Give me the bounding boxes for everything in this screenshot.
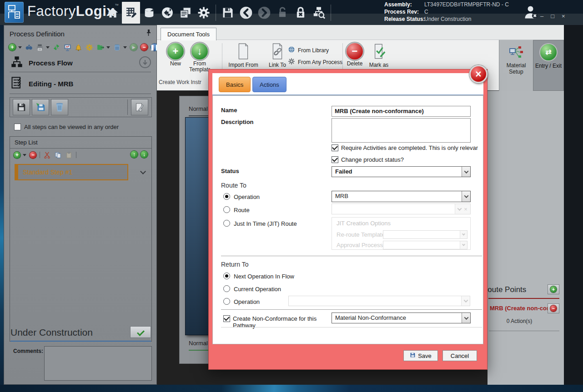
production-icon[interactable] bbox=[140, 2, 158, 24]
move-down-icon[interactable]: ↓ bbox=[141, 151, 148, 158]
nc-type-dropdown[interactable]: Material Non-Conformance bbox=[332, 313, 471, 323]
cut-icon[interactable] bbox=[43, 151, 51, 159]
all-steps-checkbox[interactable] bbox=[14, 124, 21, 130]
collapse-down-icon[interactable] bbox=[139, 56, 151, 68]
change-status-row[interactable]: Change product status? bbox=[332, 156, 478, 163]
comments-textarea[interactable] bbox=[44, 346, 152, 381]
home-icon[interactable] bbox=[104, 2, 122, 24]
paste-icon[interactable] bbox=[65, 151, 73, 159]
save-step-button[interactable] bbox=[13, 99, 30, 115]
link-to-button[interactable]: Link To bbox=[265, 43, 290, 68]
all-steps-row[interactable]: All steps can be viewed in any order bbox=[14, 124, 119, 130]
stop-icon[interactable]: − bbox=[141, 44, 148, 51]
operation-dropdown[interactable]: MRB bbox=[332, 191, 471, 202]
lock-close-icon[interactable] bbox=[292, 2, 310, 24]
save-button[interactable]: Save bbox=[403, 350, 438, 361]
minimize-button[interactable]: – bbox=[540, 13, 543, 20]
import-from-button[interactable]: Import From bbox=[226, 43, 261, 68]
save-icon[interactable] bbox=[219, 2, 237, 24]
add-route-point-button[interactable]: + bbox=[548, 284, 559, 294]
material-setup-button[interactable]: Material Setup bbox=[501, 42, 531, 89]
step-list-item[interactable]: Standard Step #1 bbox=[15, 164, 128, 180]
pin-icon[interactable] bbox=[144, 29, 151, 38]
route-point-item[interactable]: MRB (Create non-conf... bbox=[490, 305, 548, 312]
tab-document-tools[interactable]: Document Tools bbox=[161, 28, 216, 40]
change-status-checkbox[interactable] bbox=[332, 156, 338, 163]
data-dropdown-icon[interactable] bbox=[123, 46, 127, 49]
flow-node-label-top[interactable]: Normal bbox=[189, 105, 208, 116]
panel-title: Process Definition bbox=[10, 30, 65, 38]
mark-as-button[interactable]: Mark as bbox=[367, 43, 391, 68]
find-icon[interactable] bbox=[25, 44, 33, 51]
return-to-heading: Return To bbox=[221, 261, 248, 268]
status-dropdown[interactable]: Failed bbox=[332, 166, 471, 177]
add-dropdown-icon[interactable] bbox=[18, 46, 22, 49]
divider bbox=[489, 331, 559, 331]
start-icon[interactable]: ▸ bbox=[130, 44, 137, 51]
approval-dropdown-disabled bbox=[383, 241, 467, 249]
delete-document-button[interactable]: − Delete bbox=[344, 43, 365, 67]
from-any-process-button[interactable]: From Any Process bbox=[288, 58, 342, 66]
user-logout-icon[interactable] bbox=[523, 4, 539, 22]
name-input[interactable]: MRB (Create non-conformance) bbox=[332, 106, 471, 117]
process-flow-icon bbox=[10, 55, 23, 70]
require-activities-row[interactable]: Require Activities are completed. This i… bbox=[332, 144, 478, 151]
route-route-radio[interactable] bbox=[223, 206, 230, 213]
dropdown-arrow-icon[interactable] bbox=[462, 313, 470, 323]
route-jit-radio[interactable] bbox=[223, 220, 230, 227]
return-next-op-radio[interactable] bbox=[223, 273, 230, 279]
gear-icon[interactable] bbox=[85, 44, 93, 51]
from-template-label: From Template bbox=[189, 61, 210, 74]
entry-exit-button[interactable]: ⇄ Entry / Exit bbox=[533, 40, 564, 91]
process-search-icon[interactable] bbox=[310, 2, 328, 24]
copy-icon[interactable] bbox=[54, 151, 62, 159]
process-flow-row[interactable]: Process Flow bbox=[10, 55, 73, 70]
close-button[interactable]: × bbox=[562, 13, 565, 20]
print-icon[interactable] bbox=[36, 44, 44, 51]
dropdown-arrow-icon[interactable] bbox=[462, 191, 470, 202]
add-step-dropdown-icon[interactable] bbox=[23, 154, 26, 156]
dropdown-arrow-icon[interactable] bbox=[462, 167, 470, 177]
forward-icon[interactable] bbox=[255, 2, 273, 24]
documents-icon[interactable] bbox=[176, 2, 195, 24]
tab-actions[interactable]: Actions bbox=[252, 77, 286, 92]
add-step-icon[interactable]: + bbox=[14, 152, 20, 159]
export-package-icon[interactable] bbox=[96, 44, 104, 51]
create-nc-checkbox[interactable] bbox=[223, 315, 230, 322]
maximize-button[interactable]: □ bbox=[551, 13, 554, 20]
cancel-button[interactable]: Cancel bbox=[442, 350, 477, 361]
flow-node-label-bottom[interactable]: Normal bbox=[189, 340, 208, 351]
move-up-icon[interactable]: ↑ bbox=[131, 151, 138, 158]
data-trash-icon[interactable] bbox=[113, 44, 121, 51]
alarm-bell-icon[interactable] bbox=[75, 44, 82, 51]
delete-step-button[interactable] bbox=[51, 99, 68, 115]
operation-value: MRB bbox=[335, 193, 348, 199]
return-operation-radio[interactable] bbox=[223, 298, 230, 305]
print-dropdown-icon[interactable] bbox=[46, 46, 50, 49]
require-activities-checkbox[interactable] bbox=[332, 144, 338, 151]
new-document-button[interactable]: + New bbox=[165, 43, 186, 67]
description-textarea[interactable] bbox=[332, 118, 471, 143]
unlock-icon[interactable] bbox=[273, 2, 292, 24]
remove-step-icon[interactable]: − bbox=[30, 152, 36, 159]
tab-basics[interactable]: Basics bbox=[219, 77, 251, 92]
transfer-icon[interactable] bbox=[158, 2, 176, 24]
sync-icon[interactable] bbox=[53, 44, 60, 51]
process-designer-icon[interactable] bbox=[122, 2, 140, 24]
save-as-button[interactable] bbox=[32, 99, 49, 115]
export-dropdown-icon[interactable] bbox=[106, 46, 110, 49]
entry-exit-icon: ⇄ bbox=[540, 44, 557, 60]
dialog-close-icon[interactable]: × bbox=[469, 65, 488, 83]
return-current-op-radio[interactable] bbox=[223, 285, 230, 292]
from-library-button[interactable]: From Library bbox=[288, 46, 329, 55]
approve-check-button[interactable] bbox=[130, 326, 151, 338]
back-icon[interactable] bbox=[237, 2, 255, 24]
step-expand-chevron-icon[interactable] bbox=[140, 169, 146, 174]
add-icon[interactable]: + bbox=[9, 44, 16, 51]
status-value: Failed bbox=[335, 168, 352, 175]
remove-route-point-button[interactable]: − bbox=[548, 303, 559, 313]
settings-gear-icon[interactable] bbox=[195, 2, 213, 24]
route-operation-radio[interactable] bbox=[223, 193, 230, 200]
presentation-icon[interactable] bbox=[64, 44, 71, 51]
edit-step-button[interactable] bbox=[131, 99, 148, 115]
